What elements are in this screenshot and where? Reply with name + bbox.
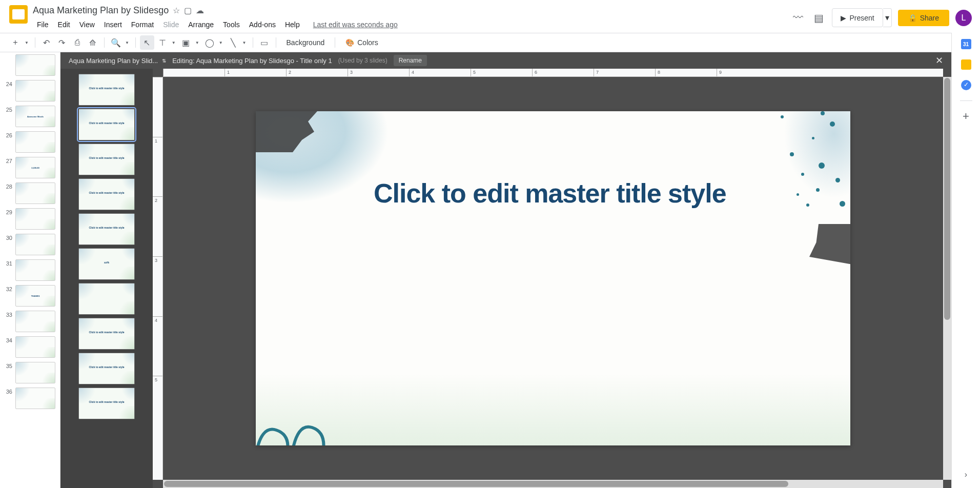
- account-avatar[interactable]: L: [955, 10, 972, 26]
- slide-thumbnail[interactable]: 25 Awesome Words: [0, 104, 60, 129]
- select-tool[interactable]: ↖: [140, 35, 154, 50]
- lock-icon: 🔒: [908, 14, 917, 22]
- layout-thumbnail[interactable]: Click to edit master title style: [78, 318, 135, 350]
- separator: [35, 37, 35, 48]
- master-editor: Aqua Marketing Plan by Slid... ⇅ Editing…: [60, 52, 951, 488]
- print-button[interactable]: ⎙: [70, 35, 85, 50]
- slide-thumbnail[interactable]: 30: [0, 232, 60, 257]
- slide-thumbnail[interactable]: 35: [0, 360, 60, 385]
- slide-thumbnail[interactable]: 24: [0, 78, 60, 104]
- rename-button[interactable]: Rename: [394, 55, 427, 66]
- tasks-icon[interactable]: [961, 80, 971, 90]
- menu-edit[interactable]: Edit: [54, 18, 74, 31]
- horizontal-ruler[interactable]: 123456789: [163, 69, 943, 77]
- comment-button[interactable]: ▭: [257, 35, 272, 50]
- menu-tools[interactable]: Tools: [219, 18, 244, 31]
- colors-button[interactable]: 🎨 Colors: [339, 36, 384, 49]
- slide-number: 24: [4, 80, 12, 101]
- menu-arrange[interactable]: Arrange: [184, 18, 218, 31]
- slide-preview: [15, 80, 55, 101]
- collapse-sidepanel-icon[interactable]: ›: [961, 470, 971, 480]
- vertical-scrollbar[interactable]: [943, 77, 951, 480]
- master-dropdown[interactable]: Aqua Marketing Plan by Slid... ⇅: [69, 57, 166, 65]
- menu-help[interactable]: Help: [281, 18, 304, 31]
- close-master-button[interactable]: ✕: [935, 55, 943, 66]
- editing-label: Editing: Aqua Marketing Plan by Slidesgo…: [172, 57, 332, 65]
- slide-thumbnail[interactable]: 27 3,235.00: [0, 155, 60, 180]
- undo-button[interactable]: ↶: [39, 35, 54, 50]
- menu-format[interactable]: Format: [127, 18, 158, 31]
- image-tool[interactable]: ▣▼: [179, 35, 201, 50]
- separator: [276, 37, 276, 48]
- add-on-plus-icon[interactable]: +: [961, 111, 971, 121]
- menu-insert[interactable]: Insert: [100, 18, 126, 31]
- deco-top-right-watercolor: [753, 111, 850, 239]
- slide-preview: [15, 362, 55, 383]
- slide-thumbnail[interactable]: 29: [0, 206, 60, 232]
- menu-addons[interactable]: Add-ons: [245, 18, 280, 31]
- menu-view[interactable]: View: [75, 18, 99, 31]
- present-dropdown[interactable]: ▾: [883, 8, 892, 27]
- slide-thumbnail[interactable]: 31: [0, 257, 60, 283]
- redo-button[interactable]: ↷: [55, 35, 69, 50]
- deco-bottom-left-swirl: [256, 394, 379, 445]
- side-panel: 31 + ›: [951, 33, 980, 488]
- slide-number: 34: [4, 336, 12, 358]
- slide-number: [4, 54, 12, 76]
- line-tool[interactable]: ╲▼: [226, 35, 249, 50]
- paint-format-button[interactable]: ⟰: [86, 35, 100, 50]
- slide-thumbnail[interactable]: 28: [0, 180, 60, 206]
- slide-number: 33: [4, 311, 12, 332]
- slide-thumbnail[interactable]: 33: [0, 309, 60, 334]
- star-icon[interactable]: ☆: [173, 6, 180, 15]
- master-header: Aqua Marketing Plan by Slid... ⇅ Editing…: [60, 52, 951, 69]
- horizontal-scrollbar[interactable]: [163, 480, 943, 488]
- activity-icon[interactable]: 〰: [791, 11, 805, 25]
- layout-thumbnail[interactable]: Click to edit master title style: [78, 144, 135, 175]
- layout-thumbnail[interactable]: [78, 283, 135, 315]
- slide-number: 25: [4, 106, 12, 127]
- layout-thumbnail[interactable]: Click to edit master title style: [78, 213, 135, 245]
- slide-thumbnail[interactable]: [0, 52, 60, 78]
- layout-thumbnail[interactable]: Click to edit master title style: [78, 74, 135, 106]
- calendar-icon[interactable]: 31: [961, 39, 971, 49]
- layout-thumbnail[interactable]: Click to edit master title style: [78, 388, 135, 419]
- share-button[interactable]: 🔒 Share: [898, 10, 949, 26]
- layout-thumbnail[interactable]: Click to edit master title style: [78, 353, 135, 384]
- keep-icon[interactable]: [961, 59, 971, 70]
- layout-thumbnail[interactable]: Click to edit master title style: [78, 178, 135, 210]
- new-slide-button[interactable]: +▼: [8, 35, 31, 50]
- slide-number: 31: [4, 259, 12, 281]
- present-label: Present: [849, 14, 874, 22]
- shape-tool[interactable]: ◯▼: [202, 35, 225, 50]
- last-edit-link[interactable]: Last edit was seconds ago: [313, 21, 398, 29]
- editor-area: 24 25 Awesome Words 26 27 3,235.00 28 29…: [0, 52, 951, 488]
- comments-icon[interactable]: ▤: [811, 11, 826, 25]
- textbox-tool[interactable]: ⊤▼: [155, 35, 178, 50]
- canvas-scroll[interactable]: Click to edit master title style: [163, 77, 943, 480]
- menu-file[interactable]: File: [33, 18, 53, 31]
- cloud-icon[interactable]: ☁: [196, 6, 204, 15]
- app-logo[interactable]: [8, 4, 29, 25]
- background-button[interactable]: Background: [280, 36, 331, 49]
- layout-panel[interactable]: Click to edit master title style Click t…: [60, 69, 153, 488]
- doc-title[interactable]: Aqua Marketing Plan by Slidesgo: [33, 5, 169, 16]
- slide-preview: [15, 234, 55, 255]
- slide-thumbnail[interactable]: 34: [0, 334, 60, 360]
- master-title-placeholder[interactable]: Click to edit master title style: [374, 178, 726, 209]
- zoom-button[interactable]: 🔍▼: [109, 35, 131, 50]
- header-right: 〰 ▤ ▶ Present ▾ 🔒 Share L: [791, 8, 972, 27]
- slide-number: 36: [4, 388, 12, 409]
- vertical-ruler[interactable]: 12345: [153, 77, 163, 480]
- present-button[interactable]: ▶ Present: [832, 8, 883, 27]
- slide-thumbnail[interactable]: 32 THANKS: [0, 283, 60, 309]
- slide-canvas[interactable]: Click to edit master title style: [256, 111, 850, 445]
- menu-slide[interactable]: Slide: [159, 18, 183, 31]
- move-icon[interactable]: ▢: [184, 6, 192, 15]
- slide-thumbnail[interactable]: 36: [0, 385, 60, 411]
- slide-preview: THANKS: [15, 285, 55, 307]
- slide-filmstrip[interactable]: 24 25 Awesome Words 26 27 3,235.00 28 29…: [0, 52, 60, 488]
- slide-thumbnail[interactable]: 26: [0, 129, 60, 155]
- layout-thumbnail[interactable]: Click to edit master title style: [78, 109, 135, 140]
- layout-thumbnail[interactable]: xx%: [78, 248, 135, 280]
